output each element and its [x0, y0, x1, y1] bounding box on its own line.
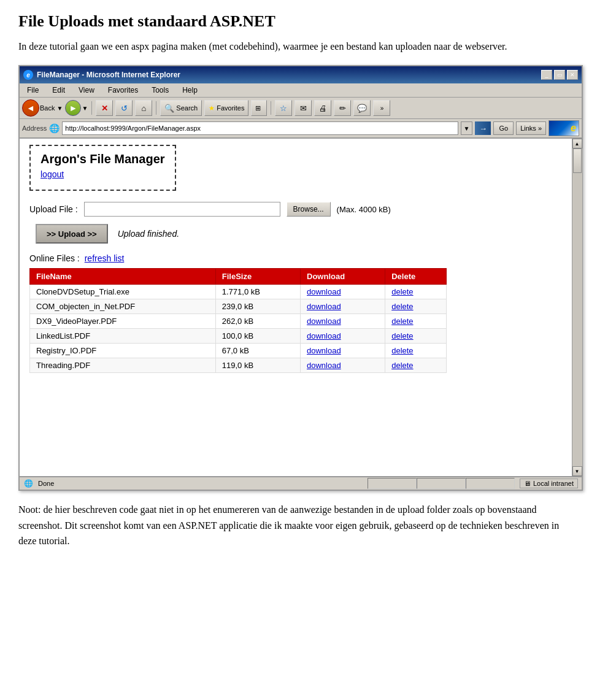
media-button[interactable]: ⊞	[251, 100, 267, 116]
scroll-down-button[interactable]: ▼	[572, 466, 582, 476]
table-row: COM_objecten_in_Net.PDF 239,0 kB downloa…	[30, 299, 447, 314]
forward-group: ► ▼	[65, 100, 88, 116]
delete-link-5[interactable]: delete	[391, 361, 413, 370]
back-button[interactable]: ◄	[22, 99, 39, 117]
edit-button[interactable]: ✏	[334, 100, 351, 116]
ie-icon: e	[23, 70, 33, 80]
title-bar-left: e FileManager - Microsoft Internet Explo…	[23, 70, 180, 80]
media-icon: ⊞	[255, 104, 261, 112]
cell-filename-5: Threading.PDF	[30, 358, 216, 373]
cell-download-2: download	[301, 314, 385, 329]
upload-file-label: Upload File :	[29, 204, 78, 214]
status-panel-2	[417, 478, 466, 489]
table-row: Registry_IO.PDF 67,0 kB download delete	[30, 344, 447, 358]
stop-button[interactable]: ✕	[96, 100, 113, 116]
menu-help[interactable]: Help	[180, 85, 200, 96]
forward-button[interactable]: ►	[65, 100, 81, 116]
toolbar-separator-2	[156, 101, 156, 115]
cell-filesize-5: 119,0 kB	[215, 358, 300, 373]
history-button[interactable]: ☆	[275, 100, 292, 116]
search-label: Search	[176, 104, 198, 112]
minimize-button[interactable]: _	[541, 70, 552, 80]
col-delete: Delete	[385, 269, 447, 285]
title-bar: e FileManager - Microsoft Internet Explo…	[20, 66, 582, 83]
address-label: Address	[22, 125, 47, 132]
menu-file[interactable]: File	[25, 85, 41, 96]
download-link-3[interactable]: download	[307, 331, 341, 340]
go-button[interactable]: Go	[493, 121, 514, 135]
status-page-icon: 🌐	[23, 479, 33, 488]
intranet-badge: 🖥 Local intranet	[520, 479, 578, 488]
status-text: Done	[38, 480, 363, 487]
download-link-4[interactable]: download	[307, 346, 341, 355]
logout-link[interactable]: logout	[40, 169, 64, 179]
col-filesize: FileSize	[215, 269, 300, 285]
delete-link-1[interactable]: delete	[391, 302, 413, 311]
download-link-5[interactable]: download	[307, 361, 341, 370]
refresh-list-link[interactable]: refresh list	[85, 253, 125, 263]
browser-window: e FileManager - Microsoft Internet Explo…	[18, 65, 583, 491]
download-link-1[interactable]: download	[307, 302, 341, 311]
status-panels	[368, 478, 515, 489]
discuss-button[interactable]: 💬	[353, 100, 371, 116]
ie-logo: e	[549, 120, 579, 136]
upload-file-input[interactable]	[84, 202, 280, 217]
back-group: ◄ Back ▼	[22, 99, 63, 117]
restore-button[interactable]: ▭	[554, 70, 565, 80]
upload-row: Upload File : Browse... (Max. 4000 kB)	[29, 202, 562, 217]
menu-bar: File Edit View Favorites Tools Help	[20, 83, 582, 98]
table-row: CloneDVDSetup_Trial.exe 1.771,0 kB downl…	[30, 285, 447, 299]
back-label[interactable]: Back ▼	[40, 104, 63, 112]
address-bar: Address 🌐 ▼ → Go Links » e	[20, 119, 582, 139]
mail-button[interactable]: ✉	[294, 100, 312, 116]
delete-link-3[interactable]: delete	[391, 331, 413, 340]
cell-filesize-4: 67,0 kB	[215, 344, 300, 358]
upload-section: Upload File : Browse... (Max. 4000 kB) >…	[29, 202, 562, 244]
upload-status: Upload finished.	[118, 229, 179, 239]
address-dropdown-btn[interactable]: ▼	[461, 121, 473, 135]
menu-edit[interactable]: Edit	[50, 85, 67, 96]
cell-download-1: download	[301, 299, 385, 314]
upload-submit-button[interactable]: >> Upload >>	[36, 224, 108, 244]
table-row: LinkedList.PDF 100,0 kB download delete	[30, 329, 447, 344]
address-favicon: 🌐	[49, 123, 60, 133]
print-button[interactable]: 🖨	[314, 100, 331, 116]
delete-link-0[interactable]: delete	[391, 287, 413, 296]
scroll-thumb[interactable]	[573, 148, 582, 173]
files-header-row: Online Files : refresh list	[29, 253, 562, 263]
download-link-0[interactable]: download	[307, 287, 341, 296]
scroll-up-button[interactable]: ▲	[572, 139, 582, 148]
cell-delete-3: delete	[385, 329, 447, 344]
delete-link-4[interactable]: delete	[391, 346, 413, 355]
favorites-label: Favorites	[217, 104, 244, 112]
scroll-track[interactable]	[572, 148, 582, 466]
cell-filename-2: DX9_VideoPlayer.PDF	[30, 314, 216, 329]
address-input[interactable]	[62, 121, 458, 135]
scrollbar-vertical[interactable]: ▲ ▼	[572, 139, 582, 476]
menu-favorites[interactable]: Favorites	[106, 85, 141, 96]
links-button[interactable]: Links »	[516, 121, 546, 135]
status-bar: 🌐 Done 🖥 Local intranet	[20, 476, 582, 490]
cell-filesize-1: 239,0 kB	[215, 299, 300, 314]
browse-button[interactable]: Browse...	[287, 202, 331, 217]
cell-delete-4: delete	[385, 344, 447, 358]
close-button[interactable]: ✕	[567, 70, 578, 80]
favorites-star-icon: ★	[209, 104, 215, 112]
forward-label[interactable]: ▼	[82, 104, 88, 112]
go-arrow-button[interactable]: →	[475, 121, 491, 135]
refresh-button[interactable]: ↺	[115, 100, 133, 116]
more-button[interactable]: »	[373, 100, 390, 116]
delete-link-2[interactable]: delete	[391, 317, 413, 326]
cell-download-3: download	[301, 329, 385, 344]
download-link-2[interactable]: download	[307, 317, 341, 326]
menu-tools[interactable]: Tools	[149, 85, 171, 96]
favorites-button[interactable]: ★ Favorites	[204, 100, 248, 116]
table-header-row: FileName FileSize Download Delete	[30, 269, 447, 285]
search-button[interactable]: 🔍 Search	[160, 100, 202, 116]
cell-filename-4: Registry_IO.PDF	[30, 344, 216, 358]
intranet-label: Local intranet	[533, 480, 574, 487]
menu-view[interactable]: View	[76, 85, 97, 96]
intranet-icon: 🖥	[524, 480, 531, 487]
cell-filename-0: CloneDVDSetup_Trial.exe	[30, 285, 216, 299]
home-button[interactable]: ⌂	[135, 100, 152, 116]
